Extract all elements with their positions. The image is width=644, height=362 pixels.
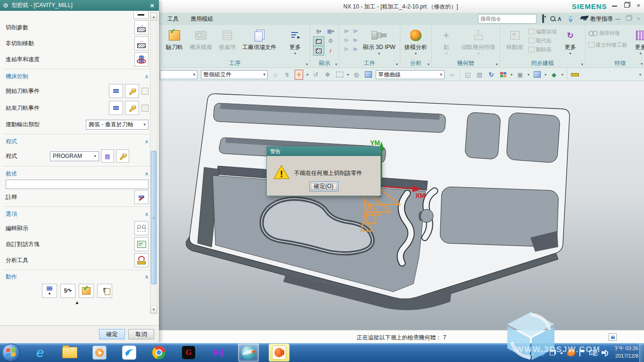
group-label-analysis[interactable]: 分析▾ <box>403 59 429 67</box>
tab-application[interactable]: 應用模組 <box>190 15 213 23</box>
generate-toolpath-button[interactable]: ▾ <box>42 284 57 298</box>
edit-object-display-icon[interactable]: ◆ <box>550 70 558 79</box>
verify-toolpath-button[interactable]: 驗刀軌 <box>163 26 186 51</box>
mdi-close-button[interactable]: × <box>637 16 640 22</box>
list-toolpath-button[interactable]: 5 <box>97 284 112 298</box>
taskbar-chrome-icon[interactable] <box>149 344 169 361</box>
selection-filter-icon[interactable]: ✛ <box>295 70 303 80</box>
feeds-speeds-button[interactable] <box>134 52 149 66</box>
taskbar-nx-icon[interactable] <box>238 344 259 362</box>
network-icon[interactable] <box>589 350 597 356</box>
dialog-collapse-arrow[interactable]: ▲ <box>6 300 149 307</box>
scroll-down-icon[interactable]: ▾ <box>150 305 157 313</box>
tray-restore-icon[interactable] <box>550 351 555 355</box>
window-layout-icon[interactable] <box>499 70 507 79</box>
warning-ok-button[interactable]: 確定(O) <box>309 181 339 191</box>
window-mode-icon[interactable] <box>609 333 617 341</box>
measure-icon[interactable] <box>570 70 579 79</box>
description-input[interactable] <box>6 180 149 189</box>
fullscreen-icon[interactable] <box>542 15 544 22</box>
sphere-select-icon[interactable]: ◍ <box>352 70 361 79</box>
group-label-operation[interactable]: 工序▾ <box>163 59 307 67</box>
ok-button[interactable]: 確定 <box>99 329 125 339</box>
tab-tools[interactable]: 工具 <box>167 15 179 23</box>
volume-icon[interactable] <box>602 349 609 356</box>
assembly-scope-combo[interactable]: 整個組立件▾ <box>201 70 268 79</box>
search-input[interactable] <box>479 16 549 22</box>
group-label-display[interactable]: 顯示▾ <box>313 59 336 67</box>
replay-toolpath-button[interactable]: 5↷ <box>60 284 75 298</box>
program-header[interactable]: 程式∧ <box>6 136 149 148</box>
view-orient-icon[interactable] <box>533 70 541 79</box>
taskbar-sogou-icon[interactable] <box>269 344 289 362</box>
pan-view-icon[interactable]: ✥ <box>323 70 332 79</box>
group-label-workpiece[interactable]: 工件▾ <box>342 59 397 67</box>
forward-arrow-icon[interactable]: ⇨ <box>448 70 456 79</box>
taskbar-garena-icon[interactable]: G <box>179 344 198 361</box>
rotate-view-icon[interactable]: ↺ <box>312 70 320 79</box>
actions-header[interactable]: 動作∧ <box>6 272 149 282</box>
options-header[interactable]: 選項∧ <box>6 208 149 220</box>
machine-sim-button[interactable]: 機床模擬 <box>188 26 214 51</box>
new-program-button[interactable]: ▦ <box>101 149 114 163</box>
end-event-wrench-button[interactable] <box>125 101 139 115</box>
offset-region-button[interactable]: 偏置區域 <box>528 27 557 36</box>
close-button[interactable]: × <box>636 2 640 9</box>
scroll-thumb[interactable] <box>151 151 157 284</box>
description-header[interactable]: 敘述∧ <box>6 168 149 180</box>
machine-control-header[interactable]: 機床控制∧ <box>6 71 149 82</box>
verify-toolpath-action-button[interactable] <box>79 284 94 298</box>
draft-analysis-button[interactable]: 拔模分析 ▾ <box>403 26 429 56</box>
fit-view-icon[interactable]: ▤ <box>475 70 484 79</box>
antivirus-icon[interactable] <box>567 348 577 357</box>
dialog-close-icon[interactable]: × <box>148 1 156 9</box>
show-workpiece-2d-icon[interactable]: ⊳ <box>351 28 360 36</box>
curve-display-icon[interactable]: ƒ <box>325 46 336 55</box>
tutor-label[interactable]: 教學指導 <box>590 15 613 23</box>
show-blank-2d-icon[interactable]: ⊳ <box>351 37 360 45</box>
postprocess-button[interactable]: 後處理 <box>215 26 239 51</box>
show-blank-icon[interactable]: ⊳ <box>342 37 351 45</box>
motion-output-combo[interactable]: 圓弧 - 垂直於刀軸▾ <box>86 120 149 130</box>
feature-more-button[interactable]: 更多 ▾ <box>629 26 644 56</box>
action-center-icon[interactable] <box>579 349 585 356</box>
show-check-2d-icon[interactable]: ⊳ <box>351 46 360 54</box>
cutting-parameters-button[interactable]: → <box>134 20 149 34</box>
group-label-sync-modeling[interactable]: 同步建模▾ <box>503 59 582 67</box>
taskbar-player-icon[interactable] <box>208 344 228 361</box>
point-button[interactable]: + 點 ▾ <box>435 26 458 56</box>
taskbar-thunder-icon[interactable] <box>119 344 139 361</box>
dialog-scrollbar[interactable]: ▴ ▾ <box>150 12 157 314</box>
edit-toolpath-icon[interactable]: 5▾ <box>313 27 324 36</box>
sync-more-button[interactable]: ↻ 更多 ▾ <box>559 26 582 56</box>
lasso-icon[interactable] <box>335 70 344 79</box>
command-search[interactable] <box>478 14 537 24</box>
show-desktop-button[interactable] <box>639 343 644 362</box>
start-event-edit-button[interactable] <box>109 84 123 98</box>
create-feature-process-button[interactable]: 建立特徵工藝 <box>588 41 627 49</box>
warning-titlebar[interactable]: 警告 <box>267 147 380 156</box>
find-feature-button[interactable]: 搜尋特徵 <box>588 29 627 37</box>
restore-button[interactable] <box>624 2 629 9</box>
mdi-minimize-button[interactable] <box>615 16 620 22</box>
start-event-wrench-button[interactable] <box>125 84 139 98</box>
minimize-ribbon-icon[interactable]: ∧ <box>557 15 562 22</box>
grid-display-icon[interactable]: ▦▾ <box>325 27 336 36</box>
operation-more-button[interactable]: ▸ 更多 ▾ <box>283 26 307 56</box>
render-style-icon[interactable]: ▣ <box>516 70 524 79</box>
end-event-checkbox[interactable] <box>141 105 149 112</box>
ribbon-overflow-icon[interactable]: ▾ <box>641 62 643 66</box>
cutting-display-icon[interactable] <box>313 36 324 46</box>
show-3d-ipw-button[interactable]: 顯示 3D IPW ▾ <box>362 26 397 56</box>
scroll-up-icon[interactable]: ▴ <box>150 13 157 21</box>
toolbar-overflow-icon[interactable]: ▾ <box>639 73 641 77</box>
clipped-option-icon[interactable] <box>133 11 149 19</box>
group-label-feature[interactable]: 特徵▾ <box>588 59 644 67</box>
edit-display-button[interactable] <box>134 221 149 235</box>
customize-dialog-button[interactable] <box>134 237 149 251</box>
point-display-icon[interactable]: ⊙ <box>325 36 336 45</box>
start-button[interactable] <box>2 344 20 362</box>
refresh-view-icon[interactable]: ↻ <box>487 70 495 79</box>
group-label-geometry[interactable]: 幾何體▾ <box>435 59 497 67</box>
help-icon[interactable]: ? <box>569 15 572 23</box>
